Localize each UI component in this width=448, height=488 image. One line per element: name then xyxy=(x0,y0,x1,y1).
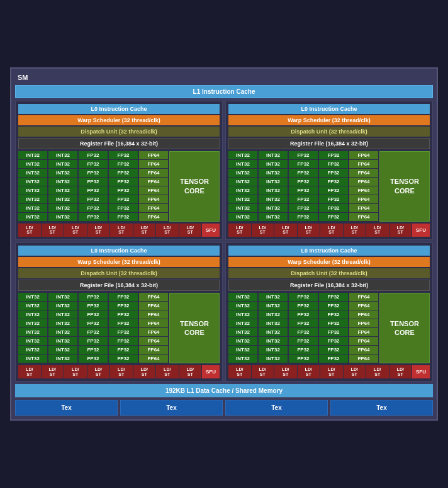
ld-st-cell: LD/ST xyxy=(228,365,251,378)
unit-row: INT32 INT32 FP32 FP32 FP64 xyxy=(18,178,168,186)
tensor-core-3: TENSORCORE xyxy=(379,293,430,363)
fp32-cell: FP32 xyxy=(79,213,108,221)
ld-st-cell: LD/ST xyxy=(18,224,41,237)
fp32-cell: FP32 xyxy=(79,346,108,354)
int32-cell: INT32 xyxy=(228,328,257,336)
fp64-cell: FP64 xyxy=(349,178,378,186)
fp64-cell: FP64 xyxy=(349,337,378,345)
fp32-cell: FP32 xyxy=(79,328,108,336)
unit-row: INT32 INT32 FP32 FP32 FP64 xyxy=(228,160,378,168)
ld-st-cell: LD/ST xyxy=(87,365,110,378)
unit-row: INT32 INT32 FP32 FP32 FP64 xyxy=(18,186,168,195)
fp32-cell: FP32 xyxy=(289,169,318,177)
fp64-cell: FP64 xyxy=(139,204,168,212)
int32-cell: INT32 xyxy=(259,195,288,203)
fp32-cell: FP32 xyxy=(109,178,138,186)
int32-cell: INT32 xyxy=(228,151,257,159)
fp32-cell: FP32 xyxy=(289,160,318,168)
int32-cell: INT32 xyxy=(48,337,77,345)
int32-cell: INT32 xyxy=(48,213,77,221)
fp32-cell: FP32 xyxy=(289,151,318,159)
int32-cell: INT32 xyxy=(228,310,257,319)
fp32-cell: FP32 xyxy=(79,204,108,212)
int32-cell: INT32 xyxy=(18,178,47,186)
fp32-cell: FP32 xyxy=(289,328,318,336)
int32-cell: INT32 xyxy=(48,328,77,336)
int32-cell: INT32 xyxy=(48,160,77,168)
int32-cell: INT32 xyxy=(18,346,47,354)
fp32-cell: FP32 xyxy=(109,293,138,301)
execution-area-3: INT32 INT32 FP32 FP32 FP64 INT32 INT32 F… xyxy=(228,293,430,363)
fp32-cell: FP32 xyxy=(79,293,108,301)
ld-st-sfu-row-2: LD/ST LD/ST LD/ST LD/ST LD/ST LD/ST LD/S… xyxy=(18,365,220,378)
tex-unit-0: Tex xyxy=(15,400,118,416)
ld-st-cell: LD/ST xyxy=(156,365,179,378)
int32-cell: INT32 xyxy=(228,160,257,168)
fp64-cell: FP64 xyxy=(349,160,378,168)
fp32-cell: FP32 xyxy=(319,337,348,345)
ld-st-cell: LD/ST xyxy=(18,365,41,378)
int32-cell: INT32 xyxy=(18,213,47,221)
int32-cell: INT32 xyxy=(48,204,77,212)
execution-area-2: INT32 INT32 FP32 FP32 FP64 INT32 INT32 F… xyxy=(18,293,220,363)
fp32-cell: FP32 xyxy=(319,151,348,159)
fp32-cell: FP32 xyxy=(319,204,348,212)
fp64-cell: FP64 xyxy=(349,346,378,354)
int32-cell: INT32 xyxy=(259,337,288,345)
ld-st-cell: LD/ST xyxy=(179,224,202,237)
fp64-cell: FP64 xyxy=(349,186,378,195)
l0-cache-3: L0 Instruction Cache xyxy=(228,246,430,256)
unit-row: INT32 INT32 FP32 FP32 FP64 xyxy=(228,169,378,177)
ld-st-sfu-row-0: LD/ST LD/ST LD/ST LD/ST LD/ST LD/ST LD/S… xyxy=(18,224,220,237)
unit-row: INT32 INT32 FP32 FP32 FP64 xyxy=(18,169,168,177)
int-fp-units-1: INT32 INT32 FP32 FP32 FP64 INT32 INT32 F… xyxy=(228,151,378,222)
fp32-cell: FP32 xyxy=(109,337,138,345)
ld-st-sfu-row-3: LD/ST LD/ST LD/ST LD/ST LD/ST LD/ST LD/S… xyxy=(228,365,430,378)
int-fp-units-2: INT32 INT32 FP32 FP32 FP64 INT32 INT32 F… xyxy=(18,293,168,363)
int-fp-units-0: INT32 INT32 FP32 FP32 FP64 INT32 INT32 F… xyxy=(18,151,168,222)
ld-st-cell: LD/ST xyxy=(274,365,297,378)
unit-row: INT32 INT32 FP32 FP32 FP64 xyxy=(18,302,168,310)
fp32-cell: FP32 xyxy=(319,310,348,319)
fp64-cell: FP64 xyxy=(139,186,168,195)
int32-cell: INT32 xyxy=(259,178,288,186)
fp64-cell: FP64 xyxy=(139,310,168,319)
fp32-cell: FP32 xyxy=(109,302,138,310)
fp32-cell: FP32 xyxy=(109,328,138,336)
fp32-cell: FP32 xyxy=(109,151,138,159)
ld-st-cell: LD/ST xyxy=(366,365,389,378)
register-file-3: Register File (16,384 x 32-bit) xyxy=(228,280,430,291)
ld-st-cell: LD/ST xyxy=(228,224,251,237)
int32-cell: INT32 xyxy=(259,204,288,212)
int32-cell: INT32 xyxy=(228,293,257,301)
ld-st-cell: LD/ST xyxy=(320,224,343,237)
int32-cell: INT32 xyxy=(228,302,257,310)
fp64-cell: FP64 xyxy=(139,213,168,221)
dispatch-unit-0: Dispatch Unit (32 thread/clk) xyxy=(18,127,220,137)
int32-cell: INT32 xyxy=(228,204,257,212)
unit-row: INT32 INT32 FP32 FP32 FP64 xyxy=(228,204,378,212)
fp32-cell: FP32 xyxy=(319,169,348,177)
fp32-cell: FP32 xyxy=(289,213,318,221)
l1-data-cache: 192KB L1 Data Cache / Shared Memory xyxy=(15,384,433,397)
int32-cell: INT32 xyxy=(228,213,257,221)
unit-row: INT32 INT32 FP32 FP32 FP64 xyxy=(228,151,378,159)
l0-cache-2: L0 Instruction Cache xyxy=(18,246,220,256)
fp64-cell: FP64 xyxy=(349,319,378,327)
ld-st-cell: LD/ST xyxy=(133,224,156,237)
register-file-2: Register File (16,384 x 32-bit) xyxy=(18,280,220,291)
int32-cell: INT32 xyxy=(259,151,288,159)
unit-row: INT32 INT32 FP32 FP32 FP64 xyxy=(228,186,378,195)
fp64-cell: FP64 xyxy=(349,204,378,212)
fp32-cell: FP32 xyxy=(289,355,318,363)
fp64-cell: FP64 xyxy=(349,151,378,159)
sfu-cell-3: SFU xyxy=(412,365,430,378)
ld-st-cell: LD/ST xyxy=(252,365,274,378)
warp-scheduler-0: Warp Scheduler (32 thread/clk) xyxy=(18,115,220,125)
int32-cell: INT32 xyxy=(259,160,288,168)
fp64-cell: FP64 xyxy=(349,195,378,203)
tensor-core-0: TENSORCORE xyxy=(169,151,220,222)
execution-area-0: INT32 INT32 FP32 FP32 FP64 INT32 INT32 F… xyxy=(18,151,220,222)
fp64-cell: FP64 xyxy=(349,302,378,310)
ld-st-cell: LD/ST xyxy=(389,224,412,237)
